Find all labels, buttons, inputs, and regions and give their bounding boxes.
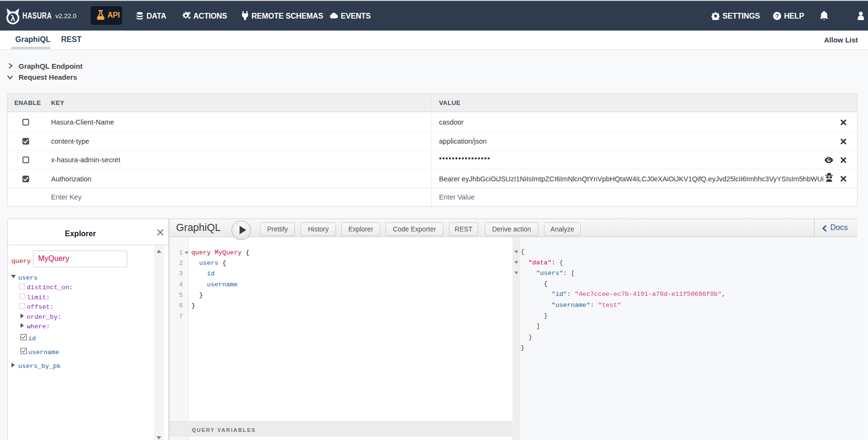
svg-text:?: ? <box>775 13 779 20</box>
svg-text:λ: λ <box>10 14 15 23</box>
